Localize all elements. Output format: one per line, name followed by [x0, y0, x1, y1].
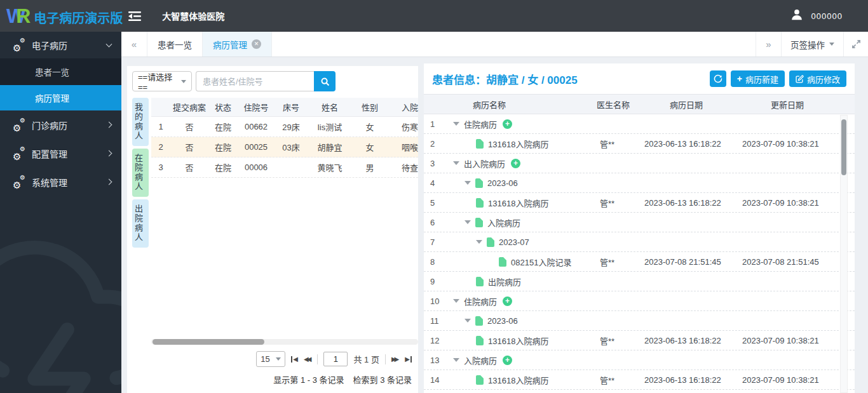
scrollbar-thumb[interactable]: [153, 339, 264, 345]
prev-page-button[interactable]: ◀◀: [304, 356, 311, 363]
tree-expander-icon[interactable]: [453, 299, 459, 303]
record-label[interactable]: 出入院病历: [464, 157, 505, 170]
tree-expander-icon[interactable]: [476, 240, 482, 244]
document-icon: [499, 257, 506, 267]
tab-patient-list[interactable]: 患者一览: [147, 32, 203, 57]
add-record-icon[interactable]: +: [511, 159, 520, 168]
row-number: 11: [424, 316, 445, 326]
record-row[interactable]: 5131618入院病历管**2023-06-13 16:18:222023-07…: [424, 193, 855, 213]
tab-actions-dropdown[interactable]: 页签操作: [781, 32, 843, 57]
sidebar-root-label: 电子病历: [32, 39, 67, 51]
patient-info-title: 患者信息：胡静宜 / 女 / 00025: [432, 71, 578, 87]
record-label[interactable]: 入院病历: [464, 354, 497, 366]
record-label[interactable]: 131618入院病历: [488, 374, 548, 386]
record-count-info: 显示第 1 - 3 条记录 检索到 3 条记录: [151, 373, 412, 385]
scrollbar-thumb[interactable]: [841, 119, 846, 175]
record-label[interactable]: 131618入院病历: [488, 197, 548, 209]
refresh-button[interactable]: [710, 70, 726, 87]
document-icon: [487, 237, 494, 247]
record-row[interactable]: 10住院病历+: [424, 291, 855, 311]
document-icon: [476, 139, 484, 149]
vtab-discharged[interactable]: 出院病人: [132, 199, 149, 248]
sidebar-item-outpatient[interactable]: ⚙⚙ 门诊病历: [0, 110, 121, 139]
next-page-button[interactable]: ▶▶: [391, 356, 399, 363]
vertical-scrollbar[interactable]: [840, 115, 848, 393]
records-table-header: 病历名称 医生名称 病历日期 更新日期: [424, 94, 855, 114]
record-row[interactable]: 14131618入院病历管**2023-06-13 16:18:222023-0…: [424, 370, 855, 390]
filter-select[interactable]: ==请选择==: [132, 71, 192, 91]
last-page-button[interactable]: ▶: [405, 356, 412, 363]
page-size-select[interactable]: 15: [256, 351, 285, 367]
chevron-right-icon: [106, 150, 112, 157]
record-row[interactable]: 112023-06: [424, 311, 855, 331]
tabbar: « 患者一览 病历管理 ✕ » 页签操作: [121, 32, 868, 57]
sidebar-item-patient-list[interactable]: 患者一览: [0, 58, 121, 85]
record-label[interactable]: 住院病历: [464, 118, 497, 130]
modify-record-button[interactable]: 病历修改: [789, 70, 846, 87]
caret-down-icon: [181, 80, 186, 83]
row-number: 8: [424, 257, 445, 267]
record-row[interactable]: 1住院病历+: [424, 114, 855, 134]
record-row[interactable]: 72023-07: [424, 232, 855, 252]
record-row[interactable]: 12131618入院病历管**2023-06-13 16:18:222023-0…: [424, 331, 855, 350]
sidebar-item-emr-root[interactable]: ⚙⚙ 电子病历: [0, 32, 121, 58]
tree-expander-icon[interactable]: [453, 122, 459, 126]
sidebar: ⚙⚙ 电子病历 患者一览 病历管理 ⚙⚙ 门诊病历 ⚙⚙ 配置管理 ⚙⚙ 系统管…: [0, 32, 121, 393]
record-label[interactable]: 131618入院病历: [488, 138, 548, 150]
record-label[interactable]: 2023-06: [487, 316, 518, 326]
patient-row[interactable]: 2否在院0002503床胡静宜女咽喉: [151, 137, 418, 157]
record-row[interactable]: 8082151入院记录管**2023-07-08 21:51:452023-07…: [424, 252, 855, 272]
sidebar-item-record-manage[interactable]: 病历管理: [0, 85, 121, 110]
search-button[interactable]: [314, 71, 336, 91]
tab-close-icon[interactable]: ✕: [252, 39, 261, 49]
tab-record-manage[interactable]: 病历管理 ✕: [203, 32, 272, 57]
app-window: WR 电子病历演示版 大智慧体验医院 000000 ⚙⚙: [0, 0, 868, 393]
record-row[interactable]: 3出入院病历+: [424, 154, 855, 173]
pagination: 15 ◀ ◀◀ 共 1 页 ▶▶ ▶: [151, 351, 412, 367]
user-area[interactable]: 000000: [790, 8, 843, 24]
patient-row[interactable]: 1否在院0066229床lis测试女伤寒: [151, 117, 418, 137]
tree-expander-icon[interactable]: [465, 220, 471, 224]
row-number: 13: [424, 356, 445, 365]
record-label[interactable]: 2023-07: [499, 237, 529, 247]
first-page-button[interactable]: ◀: [291, 356, 298, 363]
document-icon: [475, 178, 483, 188]
patient-row[interactable]: 3否在院00006黄晓飞男待查: [151, 157, 418, 178]
new-record-button[interactable]: + 病历新建: [731, 70, 785, 87]
page-number-input[interactable]: [323, 352, 348, 366]
vtab-inpatients[interactable]: 在院病人: [132, 149, 149, 197]
add-record-icon[interactable]: +: [503, 356, 512, 365]
fullscreen-button[interactable]: [843, 32, 868, 57]
record-label[interactable]: 082151入院记录: [511, 256, 571, 268]
record-label[interactable]: 入院病历: [487, 216, 520, 229]
horizontal-scrollbar[interactable]: [151, 339, 418, 345]
sidebar-item-config[interactable]: ⚙⚙ 配置管理: [0, 139, 121, 168]
record-row[interactable]: 9出院病历: [424, 272, 855, 291]
add-record-icon[interactable]: +: [503, 296, 512, 306]
hospital-name[interactable]: 大智慧体验医院: [162, 10, 224, 22]
tree-expander-icon[interactable]: [465, 181, 471, 185]
vtab-my-patients[interactable]: 我的病人: [132, 98, 149, 146]
patient-table-header: 提交病案 状态 住院号 床号 姓名 性别 入院: [151, 98, 418, 117]
tree-expander-icon[interactable]: [465, 319, 471, 323]
record-row[interactable]: 6入院病历: [424, 213, 855, 232]
tabs-scroll-right-button[interactable]: »: [756, 32, 781, 57]
row-number: 12: [424, 336, 445, 345]
row-number: 5: [424, 198, 445, 208]
record-label[interactable]: 131618入院病历: [488, 335, 548, 347]
sidebar-collapse-icon[interactable]: [128, 11, 142, 22]
search-input[interactable]: [196, 71, 314, 91]
record-row[interactable]: 2131618入院病历管**2023-06-13 16:18:222023-07…: [424, 134, 855, 154]
record-label[interactable]: 出院病历: [488, 276, 521, 288]
add-record-icon[interactable]: +: [503, 119, 512, 129]
record-row[interactable]: 42023-06: [424, 173, 855, 193]
sidebar-item-system[interactable]: ⚙⚙ 系统管理: [0, 168, 121, 196]
record-row[interactable]: 13入院病历+: [424, 350, 855, 370]
record-label[interactable]: 住院病历: [464, 295, 497, 307]
total-pages-label: 共 1 页: [353, 353, 379, 365]
tabs-scroll-left-button[interactable]: «: [121, 32, 147, 57]
logo-letter-r: R: [16, 4, 31, 28]
record-label[interactable]: 2023-06: [487, 178, 518, 188]
tree-expander-icon[interactable]: [453, 358, 459, 362]
tree-expander-icon[interactable]: [453, 161, 459, 165]
